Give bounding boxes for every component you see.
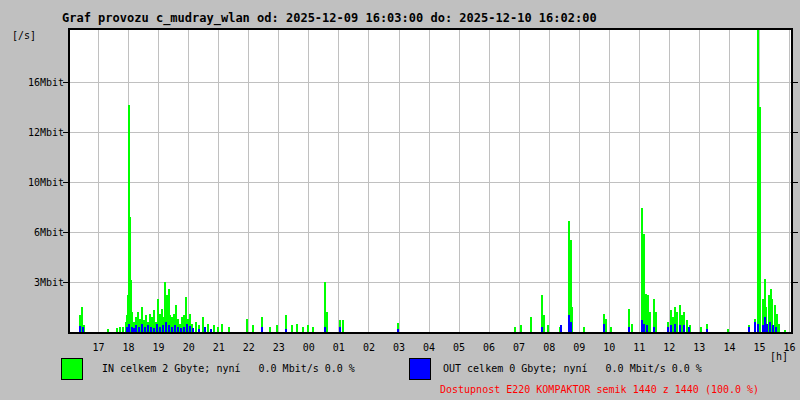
in-traffic-bar (228, 327, 230, 332)
chart-title: Graf provozu c_mudray_wlan od: 2025-12-0… (62, 11, 597, 25)
out-traffic-bar (165, 322, 167, 332)
out-traffic-bar (198, 329, 200, 332)
out-traffic-bar (133, 328, 135, 332)
x-axis-label: 19 (149, 342, 169, 353)
in-traffic-bar (217, 327, 219, 332)
in-traffic-bar (207, 324, 209, 332)
out-traffic-bar (641, 320, 643, 332)
x-axis-label: 03 (389, 342, 409, 353)
x-axis-label: 23 (269, 342, 289, 353)
in-traffic-bar (276, 325, 278, 332)
x-axis-label: 04 (419, 342, 439, 353)
out-traffic-bar (775, 327, 777, 332)
x-axis-label: 14 (719, 342, 739, 353)
x-axis-label: 00 (299, 342, 319, 353)
in-traffic-bar (312, 327, 314, 332)
out-traffic-bar (82, 327, 84, 332)
out-traffic-bar (186, 324, 188, 332)
out-traffic-bar (653, 327, 655, 332)
out-traffic-bar (674, 324, 676, 332)
out-traffic-bar (174, 325, 176, 332)
in-traffic-bar (514, 327, 516, 332)
x-axis-label: 09 (569, 342, 589, 353)
in-traffic-bar (631, 324, 633, 332)
out-traffic-bar (147, 325, 149, 332)
in-traffic-bar (221, 324, 223, 332)
x-axis-label: 12 (659, 342, 679, 353)
out-traffic-bar (126, 327, 128, 332)
y-axis-label: 12Mbit (8, 127, 64, 138)
x-axis-label: 13 (689, 342, 709, 353)
in-traffic-bar (302, 327, 304, 332)
x-axis-label: 07 (509, 342, 529, 353)
x-axis-label: 02 (359, 342, 379, 353)
y-axis-tickmark (793, 232, 798, 233)
out-traffic-bar (192, 328, 194, 332)
out-traffic-bar (754, 322, 756, 332)
out-traffic-bar (135, 325, 137, 332)
out-traffic-bar (570, 322, 572, 332)
in-traffic-bar (641, 208, 643, 332)
out-traffic-bar (138, 327, 140, 332)
y-axis-tickmark (63, 282, 68, 283)
in-traffic-bar (202, 317, 204, 332)
in-traffic-bar (583, 327, 585, 332)
out-traffic-bar (772, 325, 774, 333)
out-traffic-bar (766, 324, 768, 332)
in-traffic-bar (605, 319, 607, 332)
x-axis-label: 17 (89, 342, 109, 353)
out-traffic-bar (769, 322, 771, 332)
in-traffic-bar (213, 325, 215, 332)
y-axis-tickmark (793, 82, 798, 83)
in-traffic-bar (700, 327, 702, 332)
out-traffic-bar (156, 324, 158, 332)
out-traffic-bar (628, 327, 630, 332)
out-traffic-bar (79, 326, 81, 332)
out-traffic-bar (153, 328, 155, 332)
in-traffic-bar (681, 315, 683, 332)
mrtg-traffic-page: { "title": "Graf provozu c_mudray_wlan o… (0, 0, 800, 400)
y-axis-label: 3Mbit (8, 277, 64, 288)
y-axis-tickmark (63, 132, 68, 133)
x-axis-label: 05 (449, 342, 469, 353)
y-axis-tickmark (63, 82, 68, 83)
out-traffic-bar (159, 327, 161, 332)
in-traffic-bar (759, 107, 761, 332)
out-traffic-bar (679, 325, 681, 333)
in-traffic-bar (643, 234, 645, 332)
in-traffic-bar (122, 327, 124, 332)
out-traffic-bar (180, 328, 182, 332)
out-traffic-bar (144, 327, 146, 332)
in-traffic-bar (655, 312, 657, 332)
out-traffic-bar (204, 327, 206, 332)
out-traffic-bar (183, 327, 185, 332)
x-axis-label: 20 (179, 342, 199, 353)
in-traffic-bar (296, 324, 298, 332)
x-axis-label: 06 (479, 342, 499, 353)
out-traffic-bar (603, 324, 605, 332)
x-axis-label: 21 (209, 342, 229, 353)
out-traffic-bar (560, 325, 562, 332)
in-traffic-bar (107, 329, 109, 332)
in-traffic-bar (116, 328, 118, 332)
in-traffic-bar (269, 327, 271, 332)
y-axis-label: 6Mbit (8, 227, 64, 238)
out-traffic-bar (667, 327, 669, 332)
out-traffic-bar (177, 327, 179, 332)
y-axis-label: 16Mbit (8, 77, 64, 88)
legend-out-label: OUT celkem 0 Gbyte; nyní 0.0 Mbit/s 0.0 … (443, 363, 702, 374)
x-axis-label: 22 (239, 342, 259, 353)
y-axis-unit-label: [/s] (12, 30, 36, 41)
legend-in-color-swatch (61, 358, 83, 380)
in-traffic-bar (610, 327, 612, 332)
y-axis-tickmark (793, 132, 798, 133)
y-axis-tickmark (63, 182, 68, 183)
out-traffic-bar (568, 315, 570, 332)
x-axis-label: 08 (539, 342, 559, 353)
in-traffic-bar (252, 325, 254, 332)
out-traffic-bar (210, 329, 212, 332)
out-traffic-bar (285, 329, 287, 332)
x-axis-label: 10 (599, 342, 619, 353)
in-traffic-bar (727, 329, 729, 332)
out-traffic-bar (706, 329, 708, 332)
